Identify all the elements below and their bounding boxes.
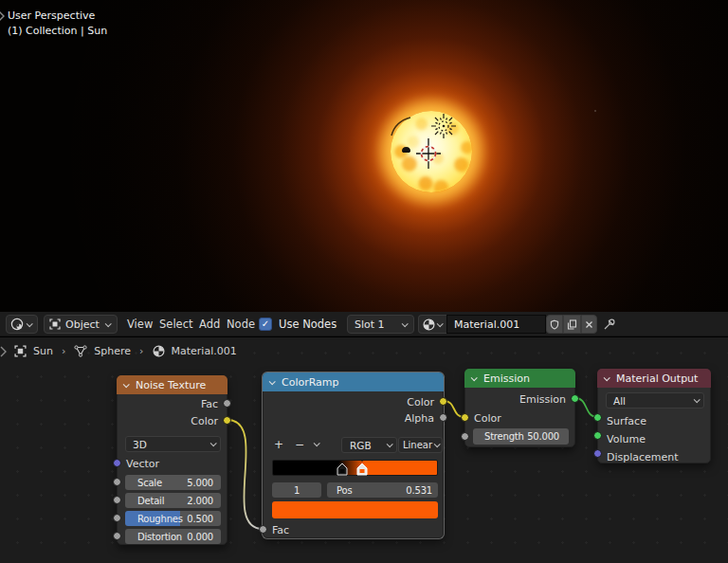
shader-editor-icon (10, 318, 24, 331)
ramp-stop-0[interactable] (337, 463, 347, 475)
input-color: Color (465, 410, 574, 426)
input-surface: Surface (598, 413, 710, 428)
3d-cursor (416, 138, 441, 169)
node-noise-texture[interactable]: Noise Texture Fac Color 3D Vector Scale5… (117, 375, 228, 545)
object-icon (49, 318, 61, 330)
node-title: ColorRamp (282, 376, 339, 389)
socket-alpha-output[interactable] (439, 413, 447, 422)
socket-emission-output[interactable] (571, 394, 579, 403)
scale-field[interactable]: Scale5.000 (125, 475, 221, 490)
add-stop-button[interactable]: + (272, 437, 285, 452)
node-header-colorramp[interactable]: ColorRamp (263, 372, 444, 391)
socket-color-output[interactable] (439, 397, 447, 406)
dimensions-dropdown[interactable]: 3D (125, 436, 221, 452)
node-title: Material Output (616, 372, 698, 385)
collapse-chevron-icon[interactable] (269, 378, 276, 385)
target-dropdown[interactable]: All (606, 392, 704, 409)
copy-icon (567, 319, 577, 330)
mesh-icon (74, 345, 87, 357)
node-title: Noise Texture (136, 379, 206, 391)
pin-icon[interactable] (603, 318, 616, 331)
distortion-field[interactable]: Distortion0.000 (125, 529, 221, 544)
view-name-label: User Perspective (8, 9, 107, 24)
output-fac: Fac (118, 396, 227, 411)
collapse-chevron-icon[interactable] (123, 381, 130, 388)
remove-stop-button[interactable]: − (293, 437, 306, 452)
socket-detail-input[interactable] (113, 496, 121, 504)
socket-volume-input[interactable] (593, 431, 602, 440)
roughness-field[interactable]: Roughnes0.500 (125, 511, 221, 526)
input-displacement: Displacement (598, 449, 710, 464)
breadcrumb-mesh: Sphere (94, 345, 131, 357)
color-mode-dropdown[interactable]: RGB (341, 437, 397, 453)
breadcrumb-collapse-icon[interactable] (0, 345, 8, 358)
3d-viewport[interactable]: User Perspective (1) Collection | Sun (0, 0, 728, 312)
node-header-noise-texture[interactable]: Noise Texture (117, 375, 228, 394)
stop-color-swatch[interactable] (272, 501, 438, 518)
socket-color-input[interactable] (461, 413, 469, 422)
node-colorramp[interactable]: ColorRamp Color Alpha + − RGB Linear (263, 372, 444, 538)
sphere-edge-mark (391, 118, 410, 136)
material-icon (153, 345, 165, 357)
menu-node[interactable]: Node (221, 312, 261, 336)
fake-user-button[interactable] (546, 315, 563, 334)
input-fac: Fac (264, 522, 443, 537)
node-emission[interactable]: Emission Emission Color Strength50.000 (464, 369, 575, 447)
node-header-material-output[interactable]: Material Output (597, 369, 711, 388)
close-icon (585, 320, 593, 329)
use-nodes-checkbox[interactable]: ✓ Use Nodes (259, 312, 337, 336)
slot-dropdown[interactable]: Slot 1 (347, 315, 414, 334)
detail-field[interactable]: Detail2.000 (125, 493, 221, 508)
socket-fac-input[interactable] (259, 525, 267, 534)
input-vector: Vector (118, 456, 227, 471)
colorramp-stops[interactable] (272, 455, 438, 480)
light-icon[interactable] (402, 147, 410, 153)
new-material-button[interactable] (563, 315, 581, 334)
node-title: Emission (483, 372, 530, 385)
ramp-options-dropdown[interactable] (314, 440, 320, 446)
material-browse-dropdown[interactable] (418, 315, 446, 334)
socket-surface-input[interactable] (593, 413, 602, 422)
unlink-material-button[interactable] (581, 315, 597, 334)
socket-displacement-input[interactable] (593, 449, 602, 458)
checkbox-checked-icon: ✓ (259, 318, 272, 331)
breadcrumb-separator: › (62, 345, 65, 357)
stop-index-field[interactable]: 1 (272, 482, 321, 498)
ramp-stop-1-selected[interactable] (357, 463, 367, 475)
breadcrumb-object: Sun (33, 345, 53, 357)
shader-type-dropdown[interactable]: Object (44, 315, 118, 334)
sun-lamp-gizmo[interactable] (431, 114, 456, 138)
node-editor[interactable]: Sun › Sphere › Material.001 (0, 337, 728, 563)
material-name-field[interactable]: Material.001 (446, 315, 546, 334)
viewport-gizmos (0, 0, 728, 312)
menu-select[interactable]: Select (154, 312, 198, 336)
interpolation-dropdown[interactable]: Linear (398, 437, 443, 453)
collapse-chevron-icon[interactable] (471, 374, 478, 381)
socket-distortion-input[interactable] (113, 532, 121, 540)
blender-window: User Perspective (1) Collection | Sun Ob… (0, 0, 728, 563)
collection-object-label: (1) Collection | Sun (8, 24, 107, 39)
socket-roughness-input[interactable] (113, 514, 121, 522)
socket-color-output[interactable] (223, 416, 231, 425)
socket-scale-input[interactable] (113, 478, 121, 486)
node-header-emission[interactable]: Emission (464, 369, 575, 388)
breadcrumb-separator: › (139, 345, 143, 357)
shader-type-label: Object (65, 318, 105, 331)
collapse-chevron-icon[interactable] (604, 374, 610, 381)
stop-position-field[interactable]: Pos0.531 (327, 482, 438, 498)
socket-vector-input[interactable] (113, 459, 121, 467)
collapse-arrow-icon[interactable] (0, 11, 4, 21)
breadcrumb-material: Material.001 (172, 345, 237, 357)
socket-fac-output[interactable] (223, 399, 231, 408)
material-icon (423, 318, 435, 331)
socket-strength-input[interactable] (461, 432, 469, 441)
node-material-output[interactable]: Material Output All Surface Volume Displ… (597, 369, 711, 463)
output-color: Color (264, 394, 443, 409)
strength-field[interactable]: Strength50.000 (473, 428, 569, 445)
output-emission: Emission (465, 391, 574, 407)
editor-type-dropdown[interactable] (6, 315, 38, 334)
slot-label: Slot 1 (355, 318, 402, 331)
link-noise-to-ramp (228, 420, 263, 529)
output-color: Color (118, 413, 227, 428)
shader-editor-header: Object View Select Add Node ✓ Use Nodes … (0, 312, 728, 336)
